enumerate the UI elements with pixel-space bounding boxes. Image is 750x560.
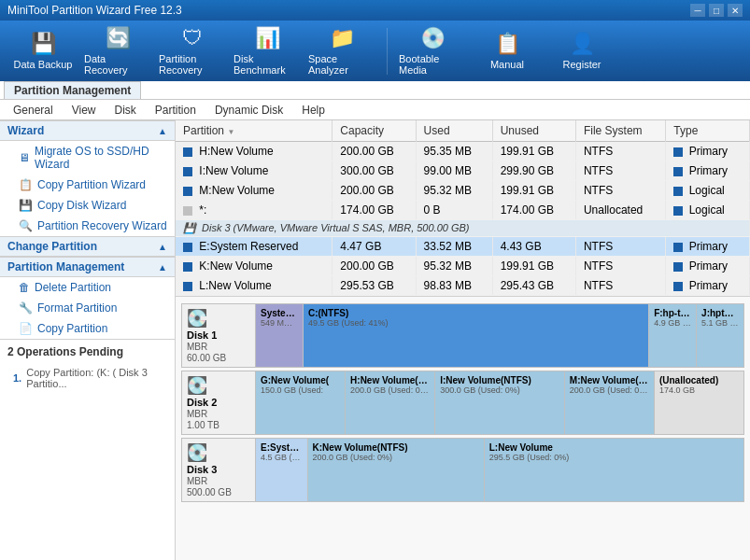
close-button[interactable]: ✕: [728, 4, 743, 17]
partition-block-label: I:New Volume(NTFS): [440, 375, 559, 385]
col-partition: Partition ▼: [176, 120, 333, 142]
sidebar-item-copy-disk[interactable]: 💾 Copy Disk Wizard: [0, 195, 175, 216]
disk-label: Disk 2: [187, 397, 250, 408]
disk-row-disk1: 💽 Disk 1 MBR 60.00 GB System Reser 549 M…: [181, 303, 744, 368]
cell-filesystem: NTFS: [575, 276, 665, 296]
toolbar-bootable-media-label: Bootable Media: [399, 53, 466, 76]
cell-used: 33.52 MB: [416, 237, 492, 257]
partition-block[interactable]: L:New Volume 295.5 GB (Used: 0%): [485, 439, 743, 501]
toolbar-disk-benchmark[interactable]: 📊 Disk Benchmark: [233, 24, 301, 78]
partition-block[interactable]: M:New Volume(NTFS) 200.0 GB (Used: 0%): [565, 371, 655, 434]
partition-block[interactable]: (Unallocated) 174.0 GB: [655, 371, 743, 434]
partition-block[interactable]: I:New Volume(NTFS) 300.0 GB (Used: 0%): [435, 371, 565, 434]
sidebar-copy-disk-label: Copy Disk Wizard: [37, 199, 126, 212]
disk-benchmark-icon: 📊: [255, 26, 280, 50]
copy-disk-icon: 💾: [19, 199, 33, 212]
toolbar-partition-recovery[interactable]: 🛡 Partition Recovery: [159, 24, 226, 78]
cell-used: 95.32 MB: [416, 257, 492, 276]
table-row[interactable]: I:New Volume 300.00 GB 99.00 MB 299.90 G…: [176, 161, 750, 181]
operation-text: Copy Partition: (K: ( Disk 3 Partitio...: [26, 367, 167, 389]
register-icon: 👤: [570, 32, 595, 56]
cell-partition: E:System Reserved: [176, 237, 333, 257]
sidebar-item-format-partition[interactable]: 🔧 Format Partition: [0, 298, 175, 318]
table-row[interactable]: H:New Volume 200.00 GB 95.35 MB 199.91 G…: [176, 142, 750, 161]
table-row[interactable]: K:New Volume 200.00 GB 95.32 MB 199.91 G…: [176, 257, 750, 276]
partition-block-sub: 174.0 GB: [659, 385, 739, 395]
partition-management-tab[interactable]: Partition Management: [4, 81, 141, 99]
menu-dynamic-disk[interactable]: Dynamic Disk: [205, 102, 292, 119]
toolbar-register[interactable]: 👤 Register: [548, 24, 616, 78]
maximize-button[interactable]: □: [709, 4, 724, 17]
content-area: Partition ▼ Capacity Used Unused File Sy…: [176, 120, 750, 560]
sidebar-item-delete-partition[interactable]: 🗑 Delete Partition: [0, 277, 175, 298]
menu-partition[interactable]: Partition: [146, 102, 205, 119]
disk-type: MBR: [187, 342, 250, 352]
partition-block-label: H:New Volume(NTFS): [350, 375, 430, 385]
minimize-button[interactable]: ─: [690, 4, 705, 17]
partition-block[interactable]: K:New Volume(NTFS) 200.0 GB (Used: 0%): [308, 439, 485, 501]
sidebar-wizard-label: Wizard: [7, 124, 44, 137]
cell-partition: L:New Volume: [176, 276, 333, 296]
partition-block-label: System Reser: [261, 308, 298, 318]
menu-general[interactable]: General: [4, 102, 63, 119]
cell-partition: K:New Volume: [176, 257, 333, 276]
cell-used: 0 B: [416, 201, 492, 220]
sidebar-item-copy-partition2[interactable]: 📄 Copy Partition: [0, 318, 175, 339]
sidebar-partition-management-label: Partition Management: [7, 260, 124, 273]
cell-type: Logical: [666, 201, 750, 220]
delete-partition-icon: 🗑: [19, 281, 30, 294]
partition-block[interactable]: J:hptest(NTF 5.1 GB (Used:: [697, 304, 743, 367]
cell-unused: 199.91 GB: [492, 181, 575, 201]
table-row[interactable]: L:New Volume 295.53 GB 98.83 MB 295.43 G…: [176, 276, 750, 296]
change-partition-collapse-icon: ▲: [158, 242, 167, 252]
table-row[interactable]: M:New Volume 200.00 GB 95.32 MB 199.91 G…: [176, 181, 750, 201]
cell-capacity: 4.47 GB: [333, 237, 416, 257]
menu-help[interactable]: Help: [292, 102, 334, 119]
sidebar-item-migrate-os[interactable]: 🖥 Migrate OS to SSD/HD Wizard: [0, 141, 175, 175]
partition-block[interactable]: F:hp-test(NT 4.9 GB (Used:: [649, 304, 697, 367]
partition-block[interactable]: E:System Res 4.5 GB (Used:: [256, 439, 308, 501]
cell-filesystem: NTFS: [575, 237, 665, 257]
partition-block-sub: 200.0 GB (Used: 0%): [570, 385, 649, 395]
sidebar-item-copy-partition[interactable]: 📋 Copy Partition Wizard: [0, 175, 175, 195]
toolbar-manual[interactable]: 📋 Manual: [474, 24, 541, 78]
table-row[interactable]: E:System Reserved 4.47 GB 33.52 MB 4.43 …: [176, 237, 750, 257]
cell-type: Primary: [666, 142, 750, 161]
disk-row-disk3: 💽 Disk 3 MBR 500.00 GB E:System Res 4.5 …: [181, 438, 744, 502]
disk-info-disk1: 💽 Disk 1 MBR 60.00 GB: [181, 303, 256, 368]
table-row[interactable]: *: 174.00 GB 0 B 174.00 GB Unallocated L…: [176, 201, 750, 220]
menu-disk[interactable]: Disk: [106, 102, 146, 119]
sidebar-copy-partition2-label: Copy Partition: [37, 322, 107, 335]
manual-icon: 📋: [495, 32, 520, 56]
toolbar: 💾 Data Backup 🔄 Data Recovery 🛡 Partitio…: [0, 21, 750, 81]
toolbar-bootable-media[interactable]: 💿 Bootable Media: [399, 24, 466, 78]
cell-filesystem: Unallocated: [575, 201, 665, 220]
cell-filesystem: NTFS: [575, 257, 665, 276]
cell-unused: 174.00 GB: [492, 201, 575, 220]
disk-row-disk2: 💽 Disk 2 MBR 1.00 TB G:New Volume( 150.0…: [181, 371, 744, 435]
toolbar-data-recovery[interactable]: 🔄 Data Recovery: [84, 24, 151, 78]
sidebar-item-partition-recovery[interactable]: 🔍 Partition Recovery Wizard: [0, 216, 175, 236]
cell-capacity: 200.00 GB: [333, 257, 416, 276]
sidebar-section-partition-management[interactable]: Partition Management ▲: [0, 257, 175, 277]
sidebar-delete-partition-label: Delete Partition: [35, 281, 111, 294]
partition-block[interactable]: H:New Volume(NTFS) 200.0 GB (Used: 0%): [346, 371, 435, 434]
data-backup-icon: 💾: [31, 32, 56, 56]
toolbar-data-backup[interactable]: 💾 Data Backup: [9, 24, 77, 78]
partition-block-sub: 5.1 GB (Used:: [701, 318, 739, 328]
app-title: MiniTool Partition Wizard Free 12.3: [7, 4, 182, 17]
sidebar-section-change-partition[interactable]: Change Partition ▲: [0, 236, 175, 257]
partition-block-label: C:(NTFS): [308, 308, 644, 318]
cell-type: Primary: [666, 276, 750, 296]
toolbar-space-analyzer[interactable]: 📁 Space Analyzer: [308, 24, 375, 78]
cell-unused: 199.91 GB: [492, 257, 575, 276]
partition-table-container: Partition ▼ Capacity Used Unused File Sy…: [176, 120, 750, 297]
menu-view[interactable]: View: [63, 102, 106, 119]
disk-label: Disk 3: [187, 464, 250, 475]
partition-block[interactable]: C:(NTFS) 49.5 GB (Used: 41%): [304, 304, 649, 367]
partition-block[interactable]: System Reser 549 MB (Use:: [256, 304, 304, 367]
partition-block-label: E:System Res: [261, 442, 303, 453]
sidebar-section-wizard[interactable]: Wizard ▲: [0, 120, 175, 141]
partition-block[interactable]: G:New Volume( 150.0 GB (Used:: [256, 371, 346, 434]
partition-table: Partition ▼ Capacity Used Unused File Sy…: [176, 120, 750, 296]
